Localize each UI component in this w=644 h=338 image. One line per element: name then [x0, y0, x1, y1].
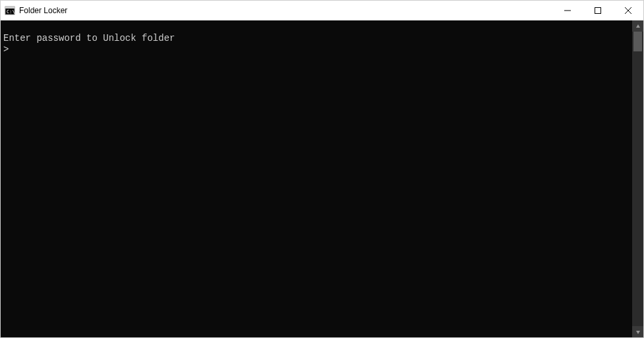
- terminal[interactable]: Enter password to Unlock folder>: [1, 20, 632, 337]
- vertical-scrollbar[interactable]: [632, 20, 643, 337]
- scroll-up-arrow-icon[interactable]: [632, 20, 643, 32]
- close-button[interactable]: [613, 1, 643, 20]
- window-title: Folder Locker: [19, 6, 67, 15]
- maximize-button[interactable]: [583, 1, 613, 20]
- scroll-track[interactable]: [632, 32, 643, 326]
- window-controls: [552, 1, 643, 20]
- svg-rect-4: [595, 8, 601, 14]
- scroll-thumb[interactable]: [633, 32, 642, 51]
- titlebar[interactable]: C:\ Folder Locker: [1, 1, 643, 20]
- minimize-button[interactable]: [552, 1, 583, 20]
- svg-text:C:\: C:\: [7, 9, 15, 14]
- app-icon: C:\: [5, 5, 15, 16]
- terminal-output-line: Enter password to Unlock folder: [3, 33, 629, 44]
- terminal-prompt: >: [3, 44, 9, 55]
- window-frame: C:\ Folder Locker Enter password to Unlo…: [0, 0, 644, 338]
- svg-marker-8: [636, 331, 640, 334]
- svg-marker-7: [636, 24, 640, 28]
- titlebar-left: C:\ Folder Locker: [5, 5, 67, 16]
- scroll-down-arrow-icon[interactable]: [632, 326, 643, 337]
- svg-rect-1: [5, 7, 15, 9]
- terminal-area: Enter password to Unlock folder>: [1, 20, 643, 337]
